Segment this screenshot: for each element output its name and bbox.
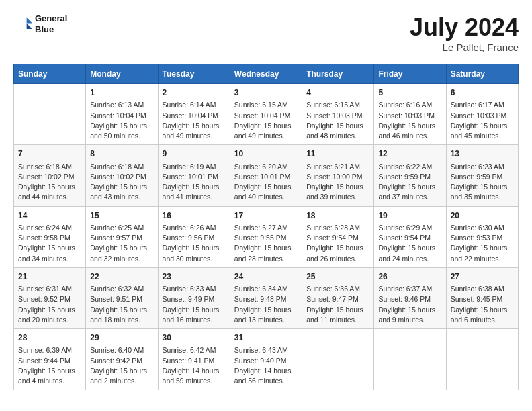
calendar-cell: 14Sunrise: 6:24 AMSunset: 9:58 PMDayligh… bbox=[14, 206, 86, 267]
calendar-body: 1Sunrise: 6:13 AMSunset: 10:04 PMDayligh… bbox=[14, 84, 519, 390]
day-number: 2 bbox=[163, 87, 226, 99]
cell-content: Sunrise: 6:13 AMSunset: 10:04 PMDaylight… bbox=[90, 100, 153, 141]
calendar-week-1: 1Sunrise: 6:13 AMSunset: 10:04 PMDayligh… bbox=[14, 84, 519, 145]
calendar-header: SundayMondayTuesdayWednesdayThursdayFrid… bbox=[14, 64, 519, 84]
cell-content: Sunrise: 6:21 AMSunset: 10:00 PMDaylight… bbox=[306, 162, 369, 203]
calendar-cell: 5Sunrise: 6:16 AMSunset: 10:03 PMDayligh… bbox=[374, 84, 446, 145]
calendar-cell: 27Sunrise: 6:38 AMSunset: 9:45 PMDayligh… bbox=[446, 267, 518, 328]
calendar-cell bbox=[374, 329, 446, 390]
cell-content: Sunrise: 6:33 AMSunset: 9:49 PMDaylight:… bbox=[163, 284, 226, 325]
day-number: 10 bbox=[234, 148, 298, 160]
cell-content: Sunrise: 6:37 AMSunset: 9:46 PMDaylight:… bbox=[378, 284, 441, 325]
header-cell-friday: Friday bbox=[374, 64, 446, 84]
day-number: 30 bbox=[163, 332, 226, 344]
cell-content: Sunrise: 6:18 AMSunset: 10:02 PMDaylight… bbox=[90, 162, 153, 203]
cell-content: Sunrise: 6:31 AMSunset: 9:52 PMDaylight:… bbox=[18, 284, 81, 325]
calendar-cell: 11Sunrise: 6:21 AMSunset: 10:00 PMDaylig… bbox=[302, 145, 374, 206]
svg-marker-0 bbox=[27, 17, 32, 23]
calendar-cell: 10Sunrise: 6:20 AMSunset: 10:01 PMDaylig… bbox=[230, 145, 302, 206]
calendar-week-5: 28Sunrise: 6:39 AMSunset: 9:44 PMDayligh… bbox=[14, 329, 519, 390]
calendar-cell: 6Sunrise: 6:17 AMSunset: 10:03 PMDayligh… bbox=[446, 84, 518, 145]
calendar-cell bbox=[302, 329, 374, 390]
day-number: 25 bbox=[306, 271, 369, 283]
header-cell-thursday: Thursday bbox=[302, 64, 374, 84]
calendar-cell: 28Sunrise: 6:39 AMSunset: 9:44 PMDayligh… bbox=[14, 329, 86, 390]
calendar-cell: 21Sunrise: 6:31 AMSunset: 9:52 PMDayligh… bbox=[14, 267, 86, 328]
calendar-cell: 31Sunrise: 6:43 AMSunset: 9:40 PMDayligh… bbox=[230, 329, 302, 390]
cell-content: Sunrise: 6:39 AMSunset: 9:44 PMDaylight:… bbox=[18, 345, 81, 386]
cell-content: Sunrise: 6:25 AMSunset: 9:57 PMDaylight:… bbox=[90, 223, 153, 264]
logo-icon bbox=[13, 15, 32, 34]
calendar-cell: 4Sunrise: 6:15 AMSunset: 10:03 PMDayligh… bbox=[302, 84, 374, 145]
day-number: 24 bbox=[234, 271, 298, 283]
svg-marker-1 bbox=[27, 23, 32, 28]
calendar-cell: 29Sunrise: 6:40 AMSunset: 9:42 PMDayligh… bbox=[86, 329, 158, 390]
day-number: 29 bbox=[90, 332, 153, 344]
calendar-cell: 25Sunrise: 6:36 AMSunset: 9:47 PMDayligh… bbox=[302, 267, 374, 328]
day-number: 16 bbox=[163, 210, 226, 222]
day-number: 20 bbox=[451, 210, 514, 222]
cell-content: Sunrise: 6:14 AMSunset: 10:04 PMDaylight… bbox=[163, 100, 226, 141]
cell-content: Sunrise: 6:40 AMSunset: 9:42 PMDaylight:… bbox=[90, 345, 153, 386]
calendar-cell: 13Sunrise: 6:23 AMSunset: 9:59 PMDayligh… bbox=[446, 145, 518, 206]
logo: General Blue bbox=[13, 13, 67, 34]
header-cell-sunday: Sunday bbox=[14, 64, 86, 84]
cell-content: Sunrise: 6:23 AMSunset: 9:59 PMDaylight:… bbox=[451, 162, 514, 203]
page-header: General Blue July 2024 Le Pallet, France bbox=[13, 13, 519, 53]
cell-content: Sunrise: 6:42 AMSunset: 9:41 PMDaylight:… bbox=[163, 345, 226, 386]
cell-content: Sunrise: 6:29 AMSunset: 9:54 PMDaylight:… bbox=[378, 223, 441, 264]
cell-content: Sunrise: 6:28 AMSunset: 9:54 PMDaylight:… bbox=[306, 223, 369, 264]
day-number: 22 bbox=[90, 271, 153, 283]
cell-content: Sunrise: 6:16 AMSunset: 10:03 PMDaylight… bbox=[378, 100, 441, 141]
cell-content: Sunrise: 6:43 AMSunset: 9:40 PMDaylight:… bbox=[234, 345, 298, 386]
day-number: 18 bbox=[306, 210, 369, 222]
calendar-cell: 16Sunrise: 6:26 AMSunset: 9:56 PMDayligh… bbox=[158, 206, 230, 267]
calendar-cell bbox=[446, 329, 518, 390]
cell-content: Sunrise: 6:17 AMSunset: 10:03 PMDaylight… bbox=[451, 100, 514, 141]
day-number: 13 bbox=[451, 148, 514, 160]
day-number: 21 bbox=[18, 271, 81, 283]
calendar-week-4: 21Sunrise: 6:31 AMSunset: 9:52 PMDayligh… bbox=[14, 267, 519, 328]
day-number: 31 bbox=[234, 332, 298, 344]
calendar-cell: 26Sunrise: 6:37 AMSunset: 9:46 PMDayligh… bbox=[374, 267, 446, 328]
day-number: 5 bbox=[378, 87, 441, 99]
cell-content: Sunrise: 6:38 AMSunset: 9:45 PMDaylight:… bbox=[451, 284, 514, 325]
day-number: 27 bbox=[451, 271, 514, 283]
day-number: 12 bbox=[378, 148, 441, 160]
day-number: 26 bbox=[378, 271, 441, 283]
cell-content: Sunrise: 6:20 AMSunset: 10:01 PMDaylight… bbox=[234, 162, 298, 203]
logo-text: General Blue bbox=[35, 13, 67, 34]
cell-content: Sunrise: 6:19 AMSunset: 10:01 PMDaylight… bbox=[163, 162, 226, 203]
month-title: July 2024 bbox=[410, 13, 519, 42]
day-number: 7 bbox=[18, 148, 81, 160]
day-number: 9 bbox=[163, 148, 226, 160]
calendar-cell: 22Sunrise: 6:32 AMSunset: 9:51 PMDayligh… bbox=[86, 267, 158, 328]
cell-content: Sunrise: 6:18 AMSunset: 10:02 PMDaylight… bbox=[18, 162, 81, 203]
calendar-cell: 9Sunrise: 6:19 AMSunset: 10:01 PMDayligh… bbox=[158, 145, 230, 206]
header-row: SundayMondayTuesdayWednesdayThursdayFrid… bbox=[14, 64, 519, 84]
day-number: 8 bbox=[90, 148, 153, 160]
cell-content: Sunrise: 6:24 AMSunset: 9:58 PMDaylight:… bbox=[18, 223, 81, 264]
day-number: 19 bbox=[378, 210, 441, 222]
calendar-cell: 30Sunrise: 6:42 AMSunset: 9:41 PMDayligh… bbox=[158, 329, 230, 390]
day-number: 6 bbox=[451, 87, 514, 99]
calendar-cell: 2Sunrise: 6:14 AMSunset: 10:04 PMDayligh… bbox=[158, 84, 230, 145]
logo-line1: General bbox=[35, 13, 67, 24]
header-cell-tuesday: Tuesday bbox=[158, 64, 230, 84]
calendar-table: SundayMondayTuesdayWednesdayThursdayFrid… bbox=[13, 64, 519, 390]
day-number: 11 bbox=[306, 148, 369, 160]
calendar-cell bbox=[14, 84, 86, 145]
cell-content: Sunrise: 6:27 AMSunset: 9:55 PMDaylight:… bbox=[234, 223, 298, 264]
day-number: 23 bbox=[163, 271, 226, 283]
day-number: 17 bbox=[234, 210, 298, 222]
calendar-cell: 24Sunrise: 6:34 AMSunset: 9:48 PMDayligh… bbox=[230, 267, 302, 328]
header-cell-monday: Monday bbox=[86, 64, 158, 84]
calendar-cell: 23Sunrise: 6:33 AMSunset: 9:49 PMDayligh… bbox=[158, 267, 230, 328]
calendar-week-2: 7Sunrise: 6:18 AMSunset: 10:02 PMDayligh… bbox=[14, 145, 519, 206]
calendar-cell: 19Sunrise: 6:29 AMSunset: 9:54 PMDayligh… bbox=[374, 206, 446, 267]
cell-content: Sunrise: 6:26 AMSunset: 9:56 PMDaylight:… bbox=[163, 223, 226, 264]
location: Le Pallet, France bbox=[410, 42, 519, 53]
logo-line2: Blue bbox=[35, 24, 67, 35]
cell-content: Sunrise: 6:15 AMSunset: 10:04 PMDaylight… bbox=[234, 100, 298, 141]
calendar-cell: 20Sunrise: 6:30 AMSunset: 9:53 PMDayligh… bbox=[446, 206, 518, 267]
